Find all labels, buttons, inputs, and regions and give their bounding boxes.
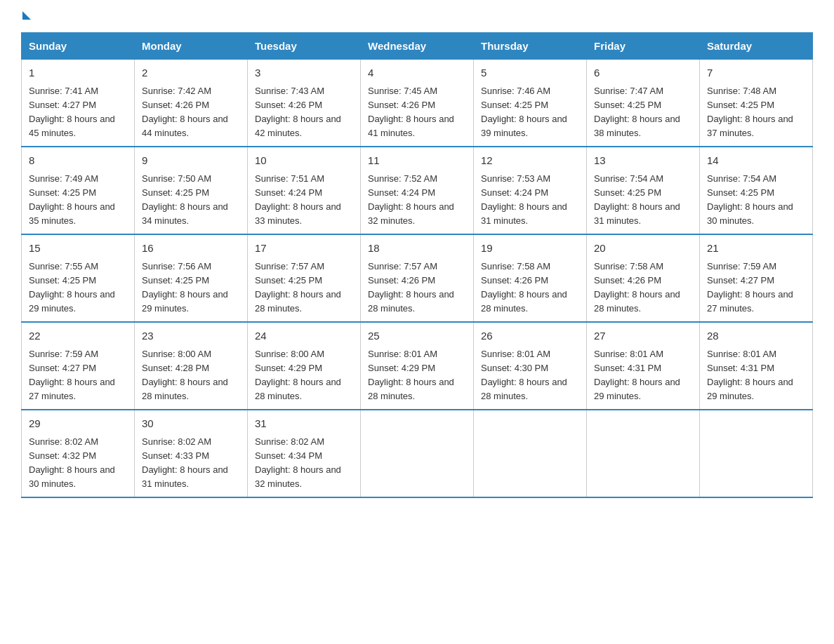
day-number: 8 bbox=[29, 153, 127, 169]
day-number: 30 bbox=[142, 416, 240, 432]
calendar-day-cell: 7 Sunrise: 7:48 AM Sunset: 4:25 PM Dayli… bbox=[700, 60, 813, 147]
calendar-week-row: 8 Sunrise: 7:49 AM Sunset: 4:25 PM Dayli… bbox=[22, 147, 813, 234]
calendar-day-cell: 29 Sunrise: 8:02 AM Sunset: 4:32 PM Dayl… bbox=[22, 410, 135, 497]
day-info: Sunrise: 8:00 AM Sunset: 4:29 PM Dayligh… bbox=[255, 347, 353, 404]
day-of-week-header: Sunday bbox=[22, 33, 135, 60]
day-info: Sunrise: 7:59 AM Sunset: 4:27 PM Dayligh… bbox=[707, 260, 805, 316]
day-info: Sunrise: 7:49 AM Sunset: 4:25 PM Dayligh… bbox=[29, 172, 127, 229]
day-number: 11 bbox=[368, 153, 466, 169]
day-number: 26 bbox=[481, 328, 579, 344]
day-number: 10 bbox=[255, 153, 353, 169]
day-info: Sunrise: 7:57 AM Sunset: 4:25 PM Dayligh… bbox=[255, 260, 353, 316]
calendar-day-cell bbox=[587, 410, 700, 497]
calendar-day-cell: 15 Sunrise: 7:55 AM Sunset: 4:25 PM Dayl… bbox=[22, 234, 135, 322]
calendar-day-cell: 5 Sunrise: 7:46 AM Sunset: 4:25 PM Dayli… bbox=[474, 60, 587, 147]
logo bbox=[21, 14, 31, 18]
day-number: 21 bbox=[707, 241, 805, 257]
calendar-day-cell: 9 Sunrise: 7:50 AM Sunset: 4:25 PM Dayli… bbox=[135, 147, 248, 234]
calendar-day-cell: 11 Sunrise: 7:52 AM Sunset: 4:24 PM Dayl… bbox=[361, 147, 474, 234]
calendar-day-cell: 14 Sunrise: 7:54 AM Sunset: 4:25 PM Dayl… bbox=[700, 147, 813, 234]
day-of-week-header: Thursday bbox=[474, 33, 587, 60]
calendar-day-cell: 10 Sunrise: 7:51 AM Sunset: 4:24 PM Dayl… bbox=[248, 147, 361, 234]
day-info: Sunrise: 7:53 AM Sunset: 4:24 PM Dayligh… bbox=[481, 172, 579, 229]
calendar-day-cell bbox=[700, 410, 813, 497]
calendar-day-cell: 8 Sunrise: 7:49 AM Sunset: 4:25 PM Dayli… bbox=[22, 147, 135, 234]
calendar-day-cell: 20 Sunrise: 7:58 AM Sunset: 4:26 PM Dayl… bbox=[587, 234, 700, 322]
day-number: 3 bbox=[255, 65, 353, 81]
day-info: Sunrise: 7:59 AM Sunset: 4:27 PM Dayligh… bbox=[29, 347, 127, 404]
calendar-table: SundayMondayTuesdayWednesdayThursdayFrid… bbox=[21, 32, 813, 498]
day-of-week-header: Saturday bbox=[700, 33, 813, 60]
calendar-week-row: 29 Sunrise: 8:02 AM Sunset: 4:32 PM Dayl… bbox=[22, 410, 813, 497]
day-info: Sunrise: 8:01 AM Sunset: 4:31 PM Dayligh… bbox=[594, 347, 692, 404]
page-header bbox=[21, 14, 813, 18]
calendar-day-cell: 2 Sunrise: 7:42 AM Sunset: 4:26 PM Dayli… bbox=[135, 60, 248, 147]
calendar-day-cell: 13 Sunrise: 7:54 AM Sunset: 4:25 PM Dayl… bbox=[587, 147, 700, 234]
day-number: 1 bbox=[29, 65, 127, 81]
day-of-week-header: Friday bbox=[587, 33, 700, 60]
day-number: 29 bbox=[29, 416, 127, 432]
day-number: 7 bbox=[707, 65, 805, 81]
day-number: 18 bbox=[368, 241, 466, 257]
calendar-day-cell: 30 Sunrise: 8:02 AM Sunset: 4:33 PM Dayl… bbox=[135, 410, 248, 497]
day-info: Sunrise: 7:54 AM Sunset: 4:25 PM Dayligh… bbox=[594, 172, 692, 229]
day-number: 6 bbox=[594, 65, 692, 81]
day-info: Sunrise: 7:45 AM Sunset: 4:26 PM Dayligh… bbox=[368, 84, 466, 141]
calendar-day-cell: 17 Sunrise: 7:57 AM Sunset: 4:25 PM Dayl… bbox=[248, 234, 361, 322]
day-number: 20 bbox=[594, 241, 692, 257]
calendar-day-cell: 19 Sunrise: 7:58 AM Sunset: 4:26 PM Dayl… bbox=[474, 234, 587, 322]
calendar-week-row: 1 Sunrise: 7:41 AM Sunset: 4:27 PM Dayli… bbox=[22, 60, 813, 147]
day-info: Sunrise: 7:58 AM Sunset: 4:26 PM Dayligh… bbox=[594, 260, 692, 316]
day-info: Sunrise: 8:01 AM Sunset: 4:29 PM Dayligh… bbox=[368, 347, 466, 404]
day-number: 9 bbox=[142, 153, 240, 169]
day-number: 15 bbox=[29, 241, 127, 257]
calendar-day-cell: 4 Sunrise: 7:45 AM Sunset: 4:26 PM Dayli… bbox=[361, 60, 474, 147]
day-number: 13 bbox=[594, 153, 692, 169]
calendar-day-cell: 6 Sunrise: 7:47 AM Sunset: 4:25 PM Dayli… bbox=[587, 60, 700, 147]
day-number: 27 bbox=[594, 328, 692, 344]
day-number: 19 bbox=[481, 241, 579, 257]
day-info: Sunrise: 7:56 AM Sunset: 4:25 PM Dayligh… bbox=[142, 260, 240, 316]
day-number: 17 bbox=[255, 241, 353, 257]
day-info: Sunrise: 8:02 AM Sunset: 4:32 PM Dayligh… bbox=[29, 435, 127, 492]
day-info: Sunrise: 8:02 AM Sunset: 4:34 PM Dayligh… bbox=[255, 435, 353, 492]
day-info: Sunrise: 7:41 AM Sunset: 4:27 PM Dayligh… bbox=[29, 84, 127, 141]
calendar-day-cell: 26 Sunrise: 8:01 AM Sunset: 4:30 PM Dayl… bbox=[474, 322, 587, 410]
calendar-day-cell: 28 Sunrise: 8:01 AM Sunset: 4:31 PM Dayl… bbox=[700, 322, 813, 410]
calendar-day-cell: 12 Sunrise: 7:53 AM Sunset: 4:24 PM Dayl… bbox=[474, 147, 587, 234]
calendar-day-cell: 31 Sunrise: 8:02 AM Sunset: 4:34 PM Dayl… bbox=[248, 410, 361, 497]
calendar-day-cell bbox=[361, 410, 474, 497]
day-info: Sunrise: 7:48 AM Sunset: 4:25 PM Dayligh… bbox=[707, 84, 805, 141]
day-of-week-header: Wednesday bbox=[361, 33, 474, 60]
day-info: Sunrise: 8:01 AM Sunset: 4:30 PM Dayligh… bbox=[481, 347, 579, 404]
day-info: Sunrise: 7:52 AM Sunset: 4:24 PM Dayligh… bbox=[368, 172, 466, 229]
day-number: 22 bbox=[29, 328, 127, 344]
day-info: Sunrise: 7:55 AM Sunset: 4:25 PM Dayligh… bbox=[29, 260, 127, 316]
day-number: 28 bbox=[707, 328, 805, 344]
day-number: 2 bbox=[142, 65, 240, 81]
day-number: 23 bbox=[142, 328, 240, 344]
calendar-day-cell: 16 Sunrise: 7:56 AM Sunset: 4:25 PM Dayl… bbox=[135, 234, 248, 322]
day-info: Sunrise: 7:51 AM Sunset: 4:24 PM Dayligh… bbox=[255, 172, 353, 229]
day-number: 14 bbox=[707, 153, 805, 169]
day-info: Sunrise: 8:00 AM Sunset: 4:28 PM Dayligh… bbox=[142, 347, 240, 404]
calendar-day-cell: 22 Sunrise: 7:59 AM Sunset: 4:27 PM Dayl… bbox=[22, 322, 135, 410]
calendar-day-cell: 1 Sunrise: 7:41 AM Sunset: 4:27 PM Dayli… bbox=[22, 60, 135, 147]
day-info: Sunrise: 7:54 AM Sunset: 4:25 PM Dayligh… bbox=[707, 172, 805, 229]
day-number: 24 bbox=[255, 328, 353, 344]
day-number: 12 bbox=[481, 153, 579, 169]
day-info: Sunrise: 7:47 AM Sunset: 4:25 PM Dayligh… bbox=[594, 84, 692, 141]
calendar-week-row: 15 Sunrise: 7:55 AM Sunset: 4:25 PM Dayl… bbox=[22, 234, 813, 322]
day-info: Sunrise: 8:01 AM Sunset: 4:31 PM Dayligh… bbox=[707, 347, 805, 404]
day-info: Sunrise: 7:43 AM Sunset: 4:26 PM Dayligh… bbox=[255, 84, 353, 141]
calendar-day-cell: 25 Sunrise: 8:01 AM Sunset: 4:29 PM Dayl… bbox=[361, 322, 474, 410]
day-number: 16 bbox=[142, 241, 240, 257]
day-of-week-header: Tuesday bbox=[248, 33, 361, 60]
calendar-day-cell: 21 Sunrise: 7:59 AM Sunset: 4:27 PM Dayl… bbox=[700, 234, 813, 322]
calendar-day-cell: 3 Sunrise: 7:43 AM Sunset: 4:26 PM Dayli… bbox=[248, 60, 361, 147]
day-info: Sunrise: 7:50 AM Sunset: 4:25 PM Dayligh… bbox=[142, 172, 240, 229]
day-of-week-header: Monday bbox=[135, 33, 248, 60]
day-number: 4 bbox=[368, 65, 466, 81]
day-number: 5 bbox=[481, 65, 579, 81]
calendar-header-row: SundayMondayTuesdayWednesdayThursdayFrid… bbox=[22, 33, 813, 60]
